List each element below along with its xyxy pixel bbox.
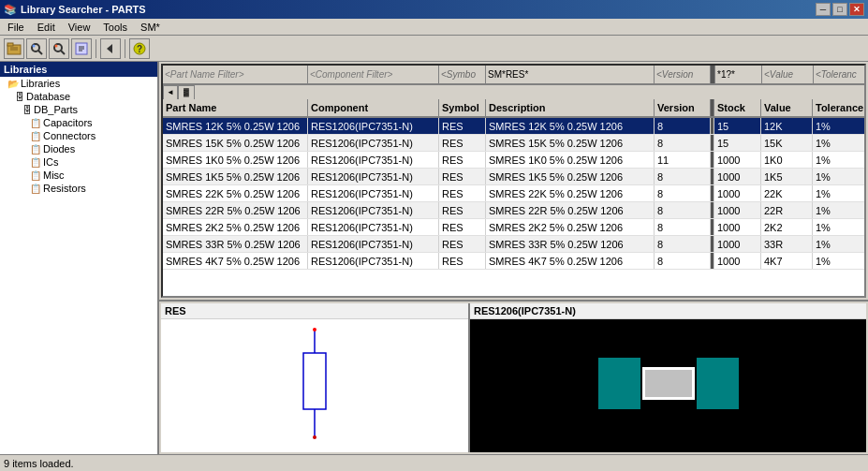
search-next-btn[interactable] <box>49 38 69 59</box>
table-row[interactable]: SMRES 1K5 5% 0.25W 1206 RES1206(IPC7351-… <box>163 169 864 185</box>
symbol-preview-panel: RES <box>161 303 470 452</box>
tree-item-resistors[interactable]: 📋 Resistors <box>0 182 157 195</box>
export-btn[interactable] <box>71 38 92 59</box>
td-value: 15K <box>761 135 813 151</box>
help-btn[interactable]: ? <box>129 38 150 59</box>
table-row[interactable]: SMRES 2K2 5% 0.25W 1206 RES1206(IPC7351-… <box>163 219 864 236</box>
app-icon: 📚 <box>4 4 17 16</box>
table-row[interactable]: SMRES 1K0 5% 0.25W 1206 RES1206(IPC7351-… <box>163 152 864 169</box>
td-symbol: RES <box>439 185 486 201</box>
td-partname: SMRES 33R 5% 0.25W 1206 <box>163 236 308 252</box>
svg-rect-1 <box>7 43 13 46</box>
filter-component-cell <box>308 66 439 83</box>
svg-text:?: ? <box>137 44 142 54</box>
col-header-symbol[interactable]: Symbol <box>439 99 486 116</box>
td-symbol: RES <box>439 118 486 134</box>
filter-tolerance-input[interactable] <box>816 69 866 80</box>
open-lib-btn[interactable] <box>4 38 24 59</box>
tree-label-database: Database <box>26 91 70 102</box>
table-row[interactable]: SMRES 22R 5% 0.25W 1206 RES1206(IPC7351-… <box>163 202 864 219</box>
td-stock: 1000 <box>714 219 761 235</box>
svg-rect-23 <box>697 358 739 409</box>
capacitors-list-icon: 📋 <box>30 118 41 128</box>
svg-rect-25 <box>645 370 692 397</box>
footprint-preview-panel: RES1206(IPC7351-N) <box>470 303 866 452</box>
svg-marker-14 <box>107 44 112 53</box>
td-tolerance: 1% <box>813 253 864 269</box>
col-header-component[interactable]: Component <box>308 99 439 116</box>
filter-value-input[interactable] <box>764 69 811 80</box>
table-row[interactable]: SMRES 4K7 5% 0.25W 1206 RES1206(IPC7351-… <box>163 253 864 270</box>
tree-label-db-parts: DB_Parts <box>34 104 78 115</box>
search-btn[interactable] <box>26 38 47 59</box>
col-header-version[interactable]: Version <box>655 99 711 116</box>
svg-point-9 <box>55 44 58 47</box>
tree-item-capacitors[interactable]: 📋 Capacitors <box>0 116 157 129</box>
table-row[interactable]: SMRES 15K 5% 0.25W 1206 RES1206(IPC7351-… <box>163 135 864 152</box>
svg-point-21 <box>313 435 316 439</box>
td-description: SMRES 12K 5% 0.25W 1206 <box>486 118 655 134</box>
scroll-indicator-btn[interactable]: ▓ <box>178 85 195 100</box>
td-description: SMRES 22R 5% 0.25W 1206 <box>486 202 655 218</box>
parts-table: ◄ ▓ Part Name Component Symbol Descripti… <box>161 64 866 298</box>
col-header-value[interactable]: Value <box>761 99 813 116</box>
scroll-left-btn[interactable]: ◄ <box>163 85 178 100</box>
td-partname: SMRES 15K 5% 0.25W 1206 <box>163 135 308 151</box>
table-row[interactable]: SMRES 33R 5% 0.25W 1206 RES1206(IPC7351-… <box>163 236 864 253</box>
misc-list-icon: 📋 <box>30 170 41 181</box>
svg-point-20 <box>313 328 316 331</box>
table-row[interactable]: SMRES 12K 5% 0.25W 1206 RES1206(IPC7351-… <box>163 118 864 135</box>
maximize-button[interactable]: □ <box>832 3 847 16</box>
col-header-description[interactable]: Description <box>486 99 655 116</box>
filter-description-input[interactable] <box>488 69 652 80</box>
close-button[interactable]: ✕ <box>849 3 864 16</box>
menu-edit[interactable]: Edit <box>32 21 61 34</box>
filter-version-input[interactable] <box>656 69 708 80</box>
td-stock: 1000 <box>714 202 761 218</box>
table-body: SMRES 12K 5% 0.25W 1206 RES1206(IPC7351-… <box>163 118 864 296</box>
col-header-partname[interactable]: Part Name <box>163 99 308 116</box>
tree-item-database[interactable]: 🗄 Database <box>0 90 157 103</box>
filter-component-input[interactable] <box>310 69 436 80</box>
td-tolerance: 1% <box>813 202 864 218</box>
tree-item-connectors[interactable]: 📋 Connectors <box>0 129 157 142</box>
tree-item-db-parts[interactable]: 🗄 DB_Parts <box>0 103 157 116</box>
col-header-stock[interactable]: Stock <box>714 99 761 116</box>
td-stock: 1000 <box>714 236 761 252</box>
col-header-tolerance[interactable]: Tolerance <box>813 99 866 116</box>
td-tolerance: 1% <box>813 219 864 235</box>
tree-item-libraries[interactable]: 📂 Libraries <box>0 77 157 90</box>
td-partname: SMRES 12K 5% 0.25W 1206 <box>163 118 308 134</box>
back-btn[interactable] <box>100 38 121 59</box>
filter-stock-cell <box>715 66 762 83</box>
filter-partname-input[interactable] <box>165 69 305 80</box>
filter-stock-input[interactable] <box>717 69 759 80</box>
tree-label-libraries: Libraries <box>21 78 60 89</box>
td-value: 22K <box>761 185 813 201</box>
tree-item-diodes[interactable]: 📋 Diodes <box>0 142 157 155</box>
menu-sm[interactable]: SM* <box>135 21 166 34</box>
minimize-button[interactable]: ─ <box>816 3 831 16</box>
menu-file[interactable]: File <box>2 21 30 34</box>
footprint-svg <box>575 334 762 437</box>
td-value: 33R <box>761 236 813 252</box>
td-version: 11 <box>655 152 711 168</box>
filter-symbol-input[interactable] <box>441 69 483 80</box>
tree-item-misc[interactable]: 📋 Misc <box>0 169 157 182</box>
menu-view[interactable]: View <box>63 21 96 34</box>
resistor-symbol-svg <box>277 325 352 447</box>
main-area: Libraries 📂 Libraries 🗄 Database 🗄 DB_Pa… <box>0 62 868 454</box>
title-bar-controls: ─ □ ✕ <box>816 3 864 16</box>
td-symbol: RES <box>439 253 486 269</box>
td-value: 22R <box>761 202 813 218</box>
td-symbol: RES <box>439 202 486 218</box>
tree-item-ics[interactable]: 📋 ICs <box>0 155 157 169</box>
menu-tools[interactable]: Tools <box>97 21 133 34</box>
folder-open-icon: 📂 <box>7 79 19 89</box>
table-row[interactable]: SMRES 22K 5% 0.25W 1206 RES1206(IPC7351-… <box>163 185 864 202</box>
filter-tolerance-cell <box>814 66 866 83</box>
td-value: 2K2 <box>761 219 813 235</box>
td-tolerance: 1% <box>813 185 864 201</box>
td-version: 8 <box>655 253 711 269</box>
td-component: RES1206(IPC7351-N) <box>308 185 439 201</box>
